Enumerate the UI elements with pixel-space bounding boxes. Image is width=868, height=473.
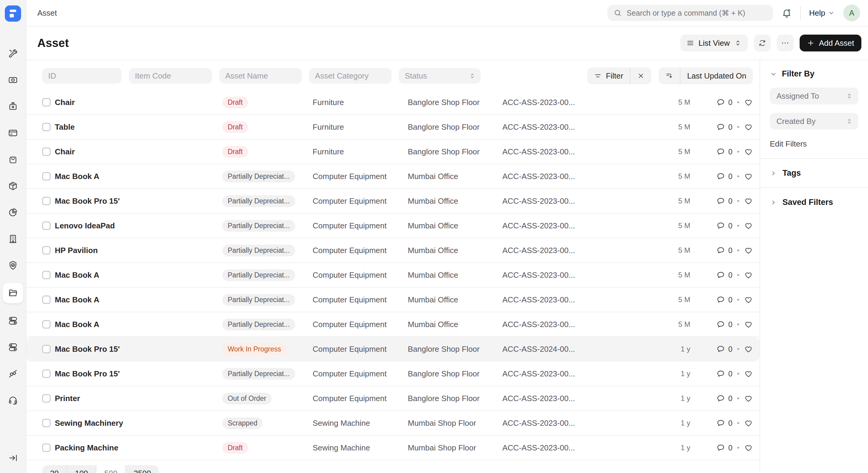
- like-button[interactable]: [744, 123, 753, 132]
- like-button[interactable]: [744, 98, 753, 107]
- comment-button[interactable]: 0: [716, 344, 733, 353]
- row-checkbox[interactable]: [42, 296, 51, 304]
- row-checkbox[interactable]: [42, 172, 51, 180]
- comment-button[interactable]: 0: [716, 147, 733, 156]
- asset-name[interactable]: Packing Machine: [55, 443, 222, 452]
- sort-field-button[interactable]: Last Updated On: [680, 67, 753, 84]
- like-button[interactable]: [744, 295, 753, 304]
- id-filter-input[interactable]: [42, 68, 122, 83]
- row-checkbox[interactable]: [42, 370, 51, 378]
- comment-button[interactable]: 0: [716, 418, 733, 428]
- asset-name[interactable]: Printer: [55, 394, 222, 403]
- created-by-select[interactable]: Created By: [770, 113, 858, 130]
- like-button[interactable]: [744, 270, 753, 279]
- status-filter-select[interactable]: Status: [399, 68, 481, 83]
- row-checkbox[interactable]: [42, 147, 51, 156]
- table-row[interactable]: HP Pavilion Partially Depreciat... Compu…: [27, 238, 760, 263]
- table-row[interactable]: Table Draft Furniture Banglore Shop Floo…: [27, 115, 760, 140]
- asset-category-filter-input[interactable]: [309, 68, 392, 83]
- notification-bell-icon[interactable]: [781, 8, 792, 18]
- comment-button[interactable]: 0: [716, 123, 733, 132]
- asset-name-filter-input[interactable]: [219, 68, 302, 83]
- like-button[interactable]: [744, 369, 753, 378]
- asset-name[interactable]: Mac Book Pro 15': [55, 369, 222, 378]
- asset-name[interactable]: Chair: [55, 98, 222, 107]
- table-row[interactable]: Chair Draft Furniture Banglore Shop Floo…: [27, 90, 760, 115]
- shopping-bag-icon[interactable]: [4, 150, 22, 169]
- view-switcher-button[interactable]: List View: [680, 35, 748, 52]
- table-row[interactable]: Chair Draft Furniture Banglore Shop Floo…: [27, 140, 760, 164]
- filter-by-section-toggle[interactable]: Filter By: [770, 69, 858, 78]
- comment-button[interactable]: 0: [716, 197, 733, 205]
- row-checkbox[interactable]: [42, 123, 51, 131]
- row-checkbox[interactable]: [42, 197, 51, 205]
- pos-icon[interactable]: [4, 98, 22, 115]
- asset-name[interactable]: Mac Book A: [55, 172, 222, 181]
- asset-name[interactable]: Mac Book A: [55, 295, 222, 304]
- like-button[interactable]: [744, 246, 753, 255]
- package-icon[interactable]: [4, 177, 22, 195]
- row-checkbox[interactable]: [42, 443, 51, 452]
- asset-name[interactable]: Lenovo IdeaPad: [55, 221, 222, 231]
- money-icon[interactable]: [4, 71, 22, 89]
- tools-icon[interactable]: [4, 44, 22, 63]
- table-row[interactable]: Mac Book Pro 15' Partially Depreciat... …: [27, 362, 760, 386]
- like-button[interactable]: [744, 221, 753, 230]
- row-checkbox[interactable]: [42, 271, 51, 279]
- help-menu[interactable]: Help: [809, 8, 835, 18]
- row-checkbox[interactable]: [42, 98, 51, 106]
- folder-icon[interactable]: [3, 283, 23, 303]
- page-length-100[interactable]: 100: [67, 465, 96, 473]
- comment-button[interactable]: 0: [716, 443, 733, 452]
- table-row[interactable]: Printer Out of Order Computer Equipment …: [27, 386, 760, 411]
- page-length-2500[interactable]: 2500: [126, 465, 159, 473]
- asset-name[interactable]: Table: [55, 123, 222, 132]
- asset-name[interactable]: Mac Book Pro 15': [55, 344, 222, 354]
- add-asset-button[interactable]: Add Asset: [800, 35, 861, 52]
- like-button[interactable]: [744, 394, 753, 403]
- card-icon[interactable]: [4, 124, 22, 142]
- sort-direction-button[interactable]: [659, 67, 680, 84]
- like-button[interactable]: [744, 147, 753, 156]
- filter-button[interactable]: Filter: [587, 67, 630, 84]
- asset-name[interactable]: Mac Book Pro 15': [55, 197, 222, 206]
- asset-name[interactable]: Sewing Machinery: [55, 418, 222, 428]
- edit-filters-link[interactable]: Edit Filters: [770, 139, 807, 149]
- breadcrumb[interactable]: Asset: [37, 8, 57, 18]
- row-checkbox[interactable]: [42, 320, 51, 329]
- saved-filters-section-toggle[interactable]: Saved Filters: [770, 188, 858, 217]
- plug-icon[interactable]: [4, 365, 22, 383]
- comment-button[interactable]: 0: [716, 246, 733, 255]
- avatar[interactable]: A: [843, 4, 860, 21]
- clear-filter-button[interactable]: [630, 67, 651, 84]
- asset-name[interactable]: HP Pavilion: [55, 246, 222, 255]
- table-row[interactable]: Mac Book A Partially Depreciat... Comput…: [27, 164, 760, 189]
- comment-button[interactable]: 0: [716, 394, 733, 403]
- more-options-button[interactable]: [777, 35, 794, 52]
- table-row[interactable]: Mac Book A Partially Depreciat... Comput…: [27, 312, 760, 337]
- page-length-500[interactable]: 500: [96, 465, 126, 473]
- like-button[interactable]: [744, 418, 753, 428]
- like-button[interactable]: [744, 344, 753, 353]
- asset-name[interactable]: Mac Book A: [55, 320, 222, 329]
- table-row[interactable]: Lenovo IdeaPad Partially Depreciat... Co…: [27, 214, 760, 238]
- asset-name[interactable]: Chair: [55, 147, 222, 157]
- tags-section-toggle[interactable]: Tags: [770, 159, 858, 188]
- table-row[interactable]: Packing Machine Draft Sewing Machine Mum…: [27, 436, 760, 460]
- toggle-switches-icon[interactable]: [4, 312, 22, 330]
- like-button[interactable]: [744, 172, 753, 181]
- app-logo-icon[interactable]: [5, 5, 21, 22]
- comment-button[interactable]: 0: [716, 98, 733, 107]
- comment-button[interactable]: 0: [716, 172, 733, 181]
- row-checkbox[interactable]: [42, 246, 51, 255]
- item-code-filter-input[interactable]: [129, 68, 212, 83]
- table-row[interactable]: Sewing Machinery Scrapped Sewing Machine…: [27, 411, 760, 436]
- table-row[interactable]: Mac Book Pro 15' Partially Depreciat... …: [27, 189, 760, 214]
- assigned-to-select[interactable]: Assigned To: [770, 88, 858, 104]
- page-length-20[interactable]: 20: [42, 465, 67, 473]
- table-row[interactable]: Mac Book Pro 15' Work In Progress Comput…: [27, 337, 760, 362]
- pie-chart-icon[interactable]: [4, 203, 22, 222]
- comment-button[interactable]: 0: [716, 221, 733, 230]
- table-row[interactable]: Mac Book A Partially Depreciat... Comput…: [27, 263, 760, 288]
- table-row[interactable]: Mac Book A Partially Depreciat... Comput…: [27, 288, 760, 312]
